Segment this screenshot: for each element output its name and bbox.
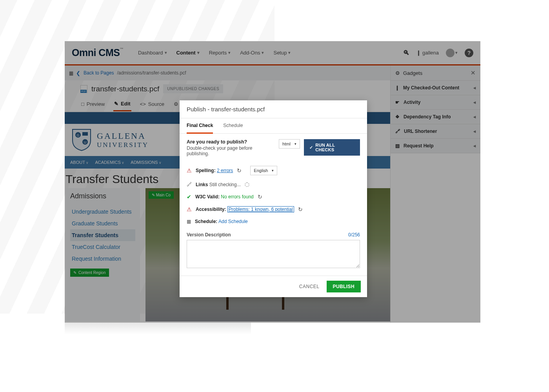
refresh-icon[interactable]: ↻ (298, 206, 303, 212)
modal-title: Publish - transfer-students.pcf (180, 100, 367, 118)
check-spelling-row: ⚠ Spelling: 2 errors ↻ English▾ (187, 163, 360, 178)
check-links-row: 🔗︎ Links Still checking... (187, 178, 360, 191)
check-accessibility-row: ⚠ Accessibility: Problems: 1 known, 6 po… (187, 203, 360, 216)
modal-tab-final-check[interactable]: Final Check (187, 118, 213, 134)
chevron-down-icon: ▾ (272, 169, 274, 172)
calendar-icon: ▦ (187, 219, 191, 224)
ready-subtext: Double-check your page before publishing… (187, 145, 252, 156)
link-icon: 🔗︎ (187, 181, 192, 187)
schedule-row: ▦ Schedule: Add Schedule (187, 216, 360, 227)
chevron-down-icon: ▾ (294, 142, 296, 146)
version-description-label: Version Description (187, 232, 231, 238)
modal-tabs: Final Check Schedule (180, 118, 367, 134)
publish-confirm-button[interactable]: PUBLISH (327, 281, 361, 292)
output-format-select[interactable]: html▾ (279, 139, 300, 149)
add-schedule-link[interactable]: Add Schedule (218, 219, 248, 224)
modal-tab-schedule[interactable]: Schedule (223, 118, 243, 133)
version-char-count: 0/256 (348, 232, 360, 238)
cancel-button[interactable]: CANCEL (299, 284, 320, 289)
run-all-checks-button[interactable]: ✓RUN ALL CHECKS (304, 139, 360, 156)
refresh-icon[interactable]: ↻ (258, 194, 262, 200)
version-description-input[interactable] (187, 240, 360, 268)
check-w3c-row: ✔ W3C Valid: No errors found ↻ (187, 191, 360, 203)
app-window: Omni CMS™ Dashboard ▾ Content ▾ Reports … (65, 41, 480, 323)
refresh-icon[interactable]: ↻ (237, 167, 242, 174)
accessibility-problems-link[interactable]: Problems: 1 known, 6 potential (227, 206, 294, 212)
w3c-result-text: No errors found (221, 194, 253, 200)
ready-heading: Are you ready to publish? (187, 139, 275, 145)
check-icon: ✓ (309, 145, 313, 150)
spelling-language-select[interactable]: English▾ (250, 166, 277, 175)
spelling-errors-link[interactable]: 2 errors (217, 168, 233, 173)
check-circle-icon: ✔ (187, 194, 191, 200)
publish-modal: Publish - transfer-students.pcf Final Ch… (180, 100, 367, 297)
warning-icon: ⚠ (187, 206, 192, 212)
warning-icon: ⚠ (187, 167, 192, 174)
spinner-icon (245, 182, 249, 187)
